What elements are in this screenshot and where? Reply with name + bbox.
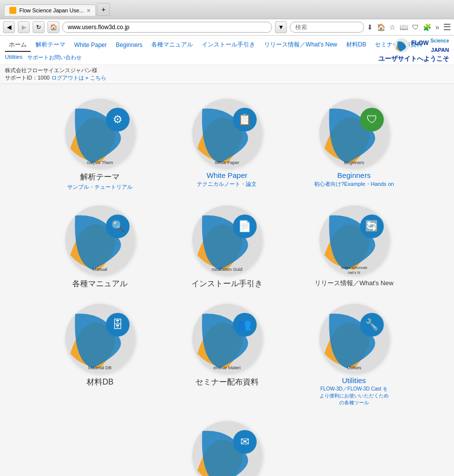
nav-release[interactable]: リリース情報／What's New [260, 39, 341, 52]
circle-install[interactable]: nstallation Guid 📄 [192, 206, 262, 275]
whitepaper-subtitle: テクニカルノート・論文 [197, 180, 257, 188]
address-bar: ◀ ▶ ↻ 🏠 ▼ ⬇ 🏠 ☆ 📖 🛡 🧩 » ☰ [0, 19, 454, 36]
badge-refresh: 🔄 [360, 215, 384, 238]
utilities-title-en: Utilities [342, 376, 365, 385]
svg-text:Beginners: Beginners [344, 160, 364, 165]
circle-beginners[interactable]: Beginners 🛡 [319, 99, 389, 168]
logo-text: FLOW Science JAPAN [411, 38, 449, 52]
nav-whitepaper[interactable]: White Paper [70, 40, 111, 51]
grid-item-utilities[interactable]: Utilities 🔧 Utilities FLOW-3D／FLOW-3D Ca… [295, 304, 412, 406]
svg-text:Material DB: Material DB [89, 365, 112, 370]
install-title-jp: インストール手引き [191, 279, 263, 289]
grid-item-beginners[interactable]: Beginners 🛡 Beginners 初心者向け?Example・Hand… [295, 99, 412, 191]
circle-contact[interactable]: ntact Suppor ✉ [192, 421, 262, 476]
nav-install[interactable]: インストール手引き [198, 39, 259, 52]
active-tab[interactable]: Flow Science Japan Use... ✕ [4, 4, 96, 16]
manual-title-jp: 各種マニュアル [72, 279, 128, 289]
grid-item-release[interactable]: lease Informati hat's N 🔄 リリース情報／What's … [295, 206, 412, 289]
svg-text:eminar Materi: eminar Materi [213, 365, 240, 370]
menu-icon[interactable]: ☰ [443, 22, 451, 33]
grid-item-contact[interactable]: ntact Suppor ✉ サポート全般お問い合わせ [42, 421, 412, 476]
svg-text:White Paper: White Paper [215, 160, 239, 165]
grid-item-materialdb[interactable]: Material DB 🗄 材料DB [42, 304, 159, 406]
flow-logo-graphic [394, 38, 409, 53]
circle-utilities[interactable]: Utilities 🔧 [319, 304, 389, 373]
beginners-subtitle: 初心者向け?Example・Hands on [314, 180, 394, 188]
star-icon[interactable]: ☆ [389, 23, 396, 31]
bookmark-icon[interactable]: 📖 [400, 23, 408, 31]
badge-db: 🗄 [106, 313, 130, 337]
tab-close-button[interactable]: ✕ [87, 8, 91, 13]
release-title-jp: リリース情報／What's New [315, 279, 394, 288]
tab-favicon [9, 7, 16, 14]
tab-title: Flow Science Japan Use... [19, 7, 84, 13]
svg-text:Utilities: Utilities [347, 365, 362, 370]
site-header-wrap: ホーム 解析テーマ White Paper Beginners 各種マニュアル … [0, 36, 454, 64]
nav-home[interactable]: ホーム [5, 39, 31, 52]
badge-mail: ✉ [233, 430, 257, 454]
home-button[interactable]: 🏠 [47, 21, 59, 33]
nav-analysis[interactable]: 解析テーマ [32, 39, 69, 52]
dropdown-arrow[interactable]: ▼ [275, 21, 287, 33]
tab-strip: Flow Science Japan Use... ✕ + [4, 3, 110, 16]
badge-document: 📋 [233, 108, 257, 131]
nav-beginners[interactable]: Beginners [112, 40, 146, 51]
shield-icon[interactable]: 🛡 [412, 23, 419, 31]
svg-text:nalysis Them: nalysis Them [87, 160, 113, 165]
badge-shield: 🛡 [360, 108, 384, 131]
svg-text:hat's N: hat's N [348, 270, 360, 275]
grid-item-manual[interactable]: Manual 🔍 各種マニュアル [42, 206, 159, 289]
seminar-title-jp: セミナー配布資料 [195, 377, 259, 388]
main-content: nalysis Them ⚙ 解析テーマ サンプル・チュートリアル White … [0, 84, 454, 476]
beginners-title-en: Beginners [337, 171, 371, 179]
badge-wrench: 🔧 [360, 313, 384, 337]
support-id: サポートID：1000 ログアウトは » こちら [5, 74, 449, 82]
circle-manual[interactable]: Manual 🔍 [65, 206, 135, 275]
logo-tagline: ユーザサイトへようこそ [378, 54, 449, 63]
refresh-button[interactable]: ↻ [33, 21, 45, 33]
browser-titlebar: Flow Science Japan Use... ✕ + [0, 0, 454, 19]
nav-manuals[interactable]: 各種マニュアル [147, 39, 197, 52]
badge-file: 📄 [233, 215, 257, 238]
search-input[interactable] [290, 22, 364, 33]
logo-area: FLOW Science JAPAN ユーザサイトへようこそ [378, 38, 449, 63]
grid-item-analysis[interactable]: nalysis Them ⚙ 解析テーマ サンプル・チュートリアル [42, 99, 159, 191]
sub-nav-utilities[interactable]: Utilities [5, 54, 22, 61]
circle-release[interactable]: lease Informati hat's N 🔄 [319, 206, 389, 275]
circle-seminar[interactable]: eminar Materi 👥 [192, 304, 262, 373]
whitepaper-title-en: White Paper [207, 171, 248, 179]
expand-icon[interactable]: » [435, 23, 439, 31]
company-name: 株式会社フローサイエンスジャパン様 [5, 67, 449, 74]
badge-search: 🔍 [106, 215, 130, 238]
svg-text:Manual: Manual [93, 267, 108, 272]
user-info: 株式会社フローサイエンスジャパン様 サポートID：1000 ログアウトは » こ… [0, 64, 454, 84]
url-input[interactable] [62, 22, 272, 33]
icon-grid: nalysis Them ⚙ 解析テーマ サンプル・チュートリアル White … [42, 99, 412, 406]
sub-nav-support[interactable]: サポートお問い合わせ [27, 54, 82, 61]
nav-materials[interactable]: 材料DB [342, 39, 370, 52]
badge-gear: ⚙ [106, 108, 130, 131]
svg-text:lease Informati: lease Informati [341, 265, 367, 270]
materialdb-title-jp: 材料DB [87, 377, 113, 388]
circle-analysis[interactable]: nalysis Them ⚙ [65, 99, 135, 168]
new-tab-button[interactable]: + [97, 3, 110, 16]
back-button[interactable]: ◀ [3, 21, 15, 33]
download-icon[interactable]: ⬇ [367, 23, 373, 31]
home-icon[interactable]: 🏠 [377, 23, 385, 31]
circle-materialdb[interactable]: Material DB 🗄 [65, 304, 135, 373]
site-header: ホーム 解析テーマ White Paper Beginners 各種マニュアル … [0, 36, 454, 84]
circle-whitepaper[interactable]: White Paper 📋 [192, 99, 262, 168]
analysis-subtitle: サンプル・チュートリアル [67, 183, 133, 191]
extension-icon[interactable]: 🧩 [423, 23, 431, 31]
toolbar-icons: ⬇ 🏠 ☆ 📖 🛡 🧩 » ☰ [367, 22, 451, 33]
analysis-title-jp: 解析テーマ [80, 172, 120, 182]
grid-item-seminar[interactable]: eminar Materi 👥 セミナー配布資料 [169, 304, 286, 406]
utilities-subtitle: FLOW-3D／FLOW-3D Cast をより便利にお使いいただくための各種ツ… [319, 386, 389, 406]
grid-item-install[interactable]: nstallation Guid 📄 インストール手引き [169, 206, 286, 289]
forward-button[interactable]: ▶ [18, 21, 30, 33]
svg-text:nstallation Guid: nstallation Guid [212, 267, 242, 272]
grid-item-whitepaper[interactable]: White Paper 📋 White Paper テクニカルノート・論文 [169, 99, 286, 191]
badge-people: 👥 [233, 313, 257, 337]
logout-link[interactable]: ログアウトは » こちら [51, 75, 106, 81]
